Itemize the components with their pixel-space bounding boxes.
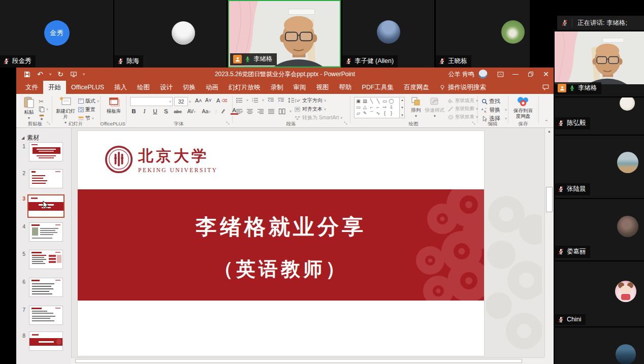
scrollbar-thumb[interactable] — [546, 187, 553, 212]
text-direction-button[interactable]: A 文字方向˅ — [295, 97, 326, 104]
slide-thumbnail-5[interactable] — [29, 250, 63, 269]
character-spacing-button[interactable]: AV˅ — [186, 109, 197, 114]
decrease-indent-button[interactable] — [268, 97, 274, 103]
drawing-dialog-launcher[interactable]: ⤡ — [472, 121, 475, 126]
align-center-button[interactable] — [247, 109, 253, 114]
tell-me-search[interactable]: 操作说明搜索 — [434, 81, 491, 94]
account-avatar[interactable] — [478, 70, 488, 79]
redo-icon[interactable]: ↻ — [55, 69, 66, 80]
justify-button[interactable] — [268, 109, 275, 114]
sidebar-video-tile[interactable]: 娄嘉丽 — [555, 199, 644, 260]
shape-fill-button[interactable]: 形状填充˅ — [448, 97, 478, 104]
find-button[interactable]: 查找 — [481, 97, 500, 105]
strikethrough-button[interactable]: abc — [173, 109, 183, 114]
sidebar-video-tile[interactable]: 陈弘毅 — [555, 97, 644, 135]
video-tile[interactable]: 王晓栋 — [436, 0, 530, 68]
tab-review[interactable]: 审阅 — [288, 81, 311, 94]
tab-view[interactable]: 视图 — [311, 81, 334, 94]
current-slide[interactable]: 北京大学 PEKING UNIVERSITY — [78, 131, 484, 356]
undo-dropdown-icon[interactable]: ˅ — [48, 69, 53, 80]
comments-icon[interactable] — [542, 81, 550, 94]
tab-home[interactable]: 开始 — [43, 81, 66, 94]
shape-effects-button[interactable]: 形状效果˅ — [448, 114, 478, 120]
tab-file[interactable]: 文件 — [20, 81, 43, 94]
tab-transitions[interactable]: 切换 — [178, 81, 201, 94]
section-header[interactable]: ◢ 素材 — [21, 134, 39, 142]
sidebar-video-tile[interactable] — [555, 327, 644, 364]
arrange-button[interactable]: 排列 ▼ — [408, 96, 424, 118]
slide-canvas[interactable]: 北京大学 PEKING UNIVERSITY — [71, 128, 544, 364]
clipboard-dialog-launcher[interactable]: ⤡ — [47, 121, 50, 126]
bold-button[interactable]: B — [130, 108, 138, 114]
italic-button[interactable]: I — [141, 108, 148, 114]
tab-baidu-netdisk[interactable]: 百度网盘 — [399, 81, 434, 94]
video-tile[interactable]: 李子健 (Allen) — [342, 0, 434, 68]
tab-slideshow[interactable]: 幻灯片放映 — [223, 81, 266, 94]
clear-formatting-button[interactable]: A⌫ — [216, 97, 228, 104]
font-size-dropdown-icon[interactable]: ˅ — [189, 100, 191, 104]
line-spacing-button[interactable] — [288, 97, 295, 103]
vertical-scrollbar[interactable]: ▲ ▼ ▲▲ ▼▼ — [544, 128, 554, 364]
slide-thumbnail-1[interactable] — [29, 142, 63, 161]
minimize-icon[interactable]: — — [508, 68, 523, 81]
shape-gallery-scroll[interactable]: ▲▼▼ — [400, 97, 405, 118]
layout-button[interactable]: 版式˅ — [78, 97, 99, 105]
font-name-input[interactable]: ˅ — [130, 97, 173, 106]
slide-thumbnail-2[interactable] — [29, 169, 63, 188]
bullets-button[interactable] — [236, 97, 243, 103]
text-shadow-button[interactable]: S — [162, 108, 170, 114]
font-size-input[interactable]: 32 — [174, 97, 188, 106]
align-right-button[interactable] — [257, 109, 264, 114]
align-left-button[interactable] — [236, 109, 243, 114]
slide-thumbnail-4[interactable] — [29, 222, 63, 242]
copy-button[interactable]: ˅ — [39, 106, 48, 112]
tab-animations[interactable]: 动画 — [201, 81, 223, 94]
qat-customize-icon[interactable]: ˅ — [81, 69, 86, 80]
video-tile-active-speaker[interactable]: 李绪格 — [228, 0, 341, 68]
shrink-font-button[interactable]: A˅ — [205, 97, 212, 103]
collapse-ribbon-icon[interactable]: ⌃ — [544, 119, 549, 124]
convert-smartart-button[interactable]: 转换为 SmartArt˅ — [295, 114, 342, 121]
font-dialog-launcher[interactable]: ⤡ — [226, 121, 229, 126]
increase-indent-button[interactable] — [278, 97, 284, 103]
save-to-baidu-button[interactable]: 保存到百度网盘 — [512, 96, 534, 119]
video-tile[interactable]: 陈海 — [114, 0, 227, 68]
paragraph-dialog-launcher[interactable]: ⤡ — [344, 121, 347, 126]
tab-help[interactable]: 帮助 — [334, 81, 357, 94]
reset-button[interactable]: 重置 — [78, 106, 95, 113]
paste-button[interactable]: 粘贴 ▼ — [20, 96, 38, 120]
tab-draw[interactable]: 绘图 — [132, 81, 155, 94]
grow-font-button[interactable]: A˄ — [195, 97, 202, 104]
video-tile[interactable]: 金秀 段金秀 — [0, 0, 113, 68]
horizontal-scrollbar[interactable] — [71, 357, 544, 364]
shape-gallery[interactable]: ▣▤╲╲▭◯ ▭△⌐⌐⇨⇩ ▱✎⌒∿{} — [354, 97, 400, 118]
shape-outline-button[interactable]: 形状轮廓˅ — [448, 106, 478, 112]
highlight-color-button[interactable] — [220, 108, 228, 114]
template-library-button[interactable]: 模板库 — [104, 96, 124, 114]
replace-button[interactable]: ab 替换˅ — [481, 106, 507, 114]
sidebar-video-tile[interactable]: 张陆晨 — [555, 136, 644, 198]
slide-thumbnail-7[interactable] — [29, 306, 63, 325]
tab-insert[interactable]: 插入 — [109, 81, 132, 94]
sidebar-video-tile[interactable]: 李绪格 — [555, 31, 644, 96]
account-name[interactable]: 公羊 肯鸣 — [448, 70, 474, 79]
numbering-button[interactable]: 12 — [252, 97, 259, 103]
tab-pdf-tools[interactable]: PDF工具集 — [357, 81, 399, 94]
tab-design[interactable]: 设计 — [155, 81, 178, 94]
close-icon[interactable]: ✕ — [538, 68, 554, 81]
save-icon[interactable] — [21, 69, 33, 80]
slide-thumbnail-8[interactable] — [29, 332, 63, 351]
align-text-button[interactable]: 对齐文本˅ — [295, 106, 326, 113]
columns-button[interactable] — [279, 109, 285, 114]
tab-record[interactable]: 录制 — [266, 81, 288, 94]
tab-officeplus[interactable]: OfficePLUS — [66, 81, 109, 94]
change-case-button[interactable]: Aa˅ — [200, 108, 212, 114]
underline-button[interactable]: U — [151, 108, 159, 114]
restore-icon[interactable] — [523, 68, 538, 81]
slide-thumbnail-6[interactable] — [29, 278, 63, 297]
format-painter-button[interactable] — [39, 114, 45, 120]
sidebar-video-tile[interactable]: Chini — [555, 261, 644, 326]
slideshow-icon[interactable] — [68, 69, 79, 80]
quick-styles-button[interactable]: 快速样式 ▼ — [425, 96, 445, 118]
cut-button[interactable]: ✂ — [39, 98, 44, 105]
